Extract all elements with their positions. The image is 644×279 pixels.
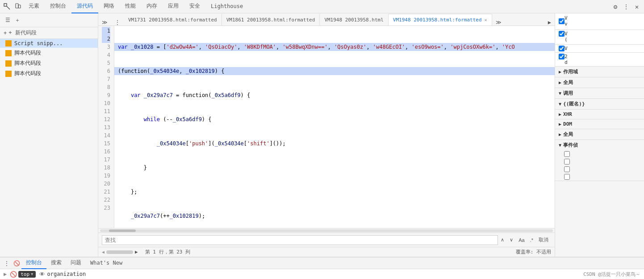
sidebar-item-0[interactable]: Script snipp... <box>0 39 98 48</box>
sidebar-item-label-1: 脚本代码段 <box>14 49 41 57</box>
anon-arrow: ▼ <box>559 101 561 106</box>
code-line-4: while (--_0x5a6df9) { <box>114 115 555 123</box>
event-cb-1[interactable] <box>564 151 570 157</box>
console-tab-issues[interactable]: 问题 <box>66 258 86 269</box>
console-input-value[interactable]: organization <box>47 271 86 277</box>
svg-rect-0 <box>4 4 7 6</box>
console-tab-search[interactable]: 搜索 <box>46 258 66 269</box>
global2-label: 全局 <box>563 131 573 138</box>
svg-rect-3 <box>18 5 21 8</box>
search-down-btn[interactable]: ∨ <box>507 236 516 244</box>
tab-security[interactable]: 安全 <box>184 0 205 13</box>
ln-22: 22 <box>102 196 110 204</box>
status-scroll-thumb[interactable] <box>106 250 133 254</box>
code-content: 1 2 3 4 5 6 7 8 9 10 11 12 13 14 <box>98 26 555 228</box>
source-tab-label-2: VM1948 20013958.html <box>324 17 383 23</box>
panel-header-global[interactable]: ▶ 全局 <box>555 77 644 88</box>
source-tab-close-3[interactable]: ✕ <box>485 17 487 22</box>
panel-header-xhr[interactable]: ▶ XHR <box>555 110 644 119</box>
tab-performance[interactable]: 性能 <box>120 0 141 13</box>
panel-header-scope[interactable]: ▶ 作用域 <box>555 67 644 77</box>
checkbox-v1[interactable] <box>559 18 565 24</box>
scope-label: 作用域 <box>563 68 578 75</box>
cancel-search-btn[interactable]: 取消 <box>536 236 551 244</box>
more-icon[interactable]: ⋮ <box>621 1 631 12</box>
source-tabs-options[interactable]: ⋮ <box>111 19 124 25</box>
top-dropdown-arrow: ▼ <box>31 272 33 276</box>
checkbox-2d[interactable] <box>559 54 565 59</box>
source-tabs-more-right[interactable]: ≫ <box>492 19 505 25</box>
sidebar-item-3[interactable]: 脚本代码段 <box>0 68 98 79</box>
eye-icon[interactable]: 👁 <box>38 269 47 279</box>
status-scroll-right[interactable]: ▶ <box>135 249 138 255</box>
panel-section-event: ▼ 事件侦 <box>555 140 644 181</box>
console-menu-icon[interactable]: ⋮ <box>2 258 12 268</box>
sidebar-item-2[interactable]: 脚本代码段 <box>0 58 98 68</box>
source-tab-0[interactable]: VM1731 20013958.html:formatted <box>124 14 222 25</box>
code-line-2: (function(_0x54034e, _0x102819) { <box>114 67 555 75</box>
source-tab-label-1: VM1861 20013958.html:formatted <box>226 17 315 23</box>
source-dock-icon[interactable]: ▶ <box>544 19 555 25</box>
tab-elements[interactable]: 元素 <box>23 0 45 13</box>
sources-sidebar: ☰ ＋ + + 新代码段 Script snipp... 脚本代码段 <box>0 13 98 257</box>
panel-header-dom[interactable]: ▶ DOM <box>555 119 644 129</box>
tab-sources[interactable]: 源代码 <box>71 0 98 13</box>
search-up-btn[interactable]: ∧ <box>498 236 507 244</box>
source-tabs-more-left[interactable]: ≫ <box>98 19 111 25</box>
console-input-bar: ▶ 🚫 top ▼ 👁 organization CSDN @活捉一只小菜鸟～ <box>0 269 644 279</box>
ln-16: 16 <box>102 148 110 156</box>
source-tab-3[interactable]: VM1948 20013958.html:formatted ✕ <box>389 14 492 25</box>
h-scroll-thumb[interactable] <box>109 229 136 232</box>
tab-memory[interactable]: 内存 <box>141 0 163 13</box>
source-tab-1[interactable]: VM1861 20013958.html:formatted <box>222 14 320 25</box>
checkbox-v3[interactable] <box>559 46 565 51</box>
close-devtools-icon[interactable]: ✕ <box>631 1 642 12</box>
ln-17: 17 <box>102 156 110 164</box>
inspect-icon[interactable] <box>2 1 13 12</box>
tab-lighthouse[interactable]: Lighthouse <box>205 0 248 13</box>
add-icon[interactable]: ＋ <box>13 15 22 25</box>
code-line-8: _0x29a7c7(++_0x102819); <box>114 212 555 220</box>
dom-arrow: ▶ <box>559 122 561 127</box>
console-tab-whatsnew[interactable]: What's New <box>86 258 127 269</box>
console-block-icon[interactable]: 🚫 <box>8 269 18 279</box>
settings-icon[interactable]: ⚙ <box>610 1 621 12</box>
search-input[interactable] <box>102 235 498 245</box>
horizontal-scrollbar[interactable] <box>98 228 555 232</box>
top-label: top <box>21 271 29 277</box>
panel-section-global2: ▶ 全局 <box>555 129 644 140</box>
event-cb-3[interactable] <box>564 166 570 172</box>
dom-label: DOM <box>563 121 572 127</box>
match-case-btn[interactable]: Aa <box>516 237 527 244</box>
ln-1: 1 <box>102 27 110 35</box>
panel-section-scope: ▶ 作用域 <box>555 67 644 77</box>
panel-header-anon[interactable]: ▼ {(匿名)} <box>555 99 644 109</box>
status-bar: ◀ ▶ 第 1 行，第 23 列 覆盖率: 不适用 <box>98 247 555 257</box>
console-tab-console[interactable]: 控制台 <box>21 258 46 269</box>
code-lines[interactable]: var _0x1028 = ['d2wOw4A=', 'QsOiacOy', '… <box>114 26 555 228</box>
panel-header-call[interactable]: ▼ 调用 <box>555 88 644 98</box>
sidebar-item-1[interactable]: 脚本代码段 <box>0 48 98 58</box>
sidebar-toggle-icon[interactable]: ☰ <box>3 15 13 25</box>
tab-network[interactable]: 网络 <box>98 0 120 13</box>
panel-header-event[interactable]: ▼ 事件侦 <box>555 140 644 150</box>
line-numbers: 1 2 3 4 5 6 7 8 9 10 11 12 13 14 <box>98 26 114 228</box>
add-code-segment-btn[interactable]: + + 新代码段 <box>0 27 98 39</box>
top-context-indicator[interactable]: top ▼ <box>18 271 35 278</box>
source-tab-2[interactable]: VM1948 20013958.html <box>320 14 388 25</box>
source-tabs: ≫ ⋮ VM1731 20013958.html:formatted VM186… <box>98 13 555 26</box>
ln-12: 12 <box>102 115 110 123</box>
panel-header-global2[interactable]: ▶ 全局 <box>555 129 644 140</box>
console-clear-icon[interactable]: 🚫 <box>12 258 21 268</box>
code-line-1: var _0x1028 = ['d2wOw4A=', 'QsOiacOy', '… <box>114 43 555 51</box>
device-icon[interactable] <box>13 1 23 12</box>
checkbox-v2[interactable] <box>559 31 565 37</box>
ln-23: 23 <box>102 204 110 212</box>
event-cb-2[interactable] <box>564 159 570 165</box>
event-cb-4[interactable] <box>564 174 570 180</box>
tab-console[interactable]: 控制台 <box>45 0 71 13</box>
status-scroll-left[interactable]: ◀ <box>102 249 105 254</box>
tab-application[interactable]: 应用 <box>163 0 184 13</box>
regex-btn[interactable]: .* <box>527 237 536 244</box>
panel-section-xhr: ▶ XHR <box>555 110 644 119</box>
